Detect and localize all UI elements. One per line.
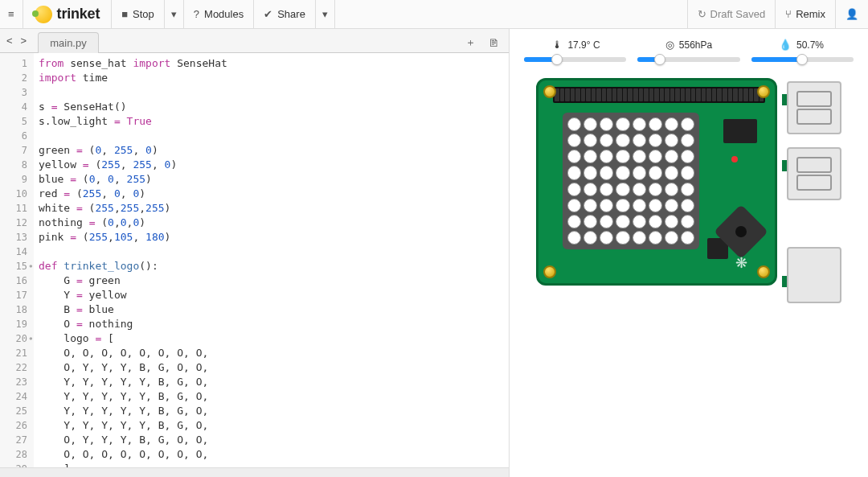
trinket-logo-icon — [35, 6, 52, 23]
chip-icon — [723, 119, 757, 143]
ethernet-port-icon — [787, 247, 841, 303]
draft-saved-status: ↻Draft Saved — [687, 0, 776, 29]
fork-icon: ⑂ — [785, 8, 792, 20]
menu-icon: ≡ — [8, 8, 14, 20]
gpio-header — [553, 87, 765, 103]
code-editor[interactable]: 1234567891011121314151617181920212223242… — [0, 53, 509, 467]
usb-port-icon — [787, 147, 841, 200]
screw-icon — [757, 265, 770, 278]
horizontal-scrollbar[interactable] — [0, 467, 509, 477]
run-menu-dropdown[interactable]: ▾ — [165, 0, 184, 29]
user-icon: 👤 — [845, 8, 858, 20]
output-pane: 🌡17.9° C ◎556hPa 💧50.7% — [510, 29, 868, 477]
remix-button[interactable]: ⑂Remix — [775, 0, 835, 29]
caret-down-icon: ▾ — [322, 8, 328, 20]
upload-button[interactable]: 🖹 — [484, 35, 504, 51]
screw-icon — [757, 85, 770, 98]
humidity-icon: 💧 — [779, 39, 792, 51]
nav-back-button[interactable]: < — [3, 33, 16, 48]
sensor-temperature: 🌡17.9° C — [524, 39, 628, 51]
usb-port-icon — [787, 81, 841, 134]
user-menu[interactable]: 👤 — [835, 0, 868, 29]
help-icon: ? — [194, 8, 199, 20]
thermometer-icon: 🌡 — [552, 39, 563, 51]
share-button[interactable]: ✔Share — [254, 0, 316, 29]
stop-button[interactable]: ■Stop — [112, 0, 165, 29]
refresh-icon: ↻ — [698, 8, 706, 20]
code-area[interactable]: from sense_hat import SenseHatimport tim… — [34, 53, 509, 467]
screw-icon — [543, 265, 556, 278]
sensehat-board: ❋ — [536, 78, 777, 286]
add-tab-button[interactable]: ＋ — [461, 33, 481, 52]
caret-down-icon: ▾ — [171, 8, 177, 20]
tab-bar: < > main.py ＋ 🖹 — [0, 29, 509, 53]
share-icon: ✔ — [264, 8, 272, 20]
topbar: ≡ trinket ■Stop ▾ ?Modules ✔Share ▾ ↻Dra… — [0, 0, 868, 29]
led-matrix — [563, 113, 699, 249]
status-led-icon — [731, 156, 738, 162]
sensor-humidity: 💧50.7% — [749, 39, 854, 51]
brand[interactable]: trinket — [23, 0, 113, 29]
stop-icon: ■ — [121, 8, 128, 20]
pressure-icon: ◎ — [665, 39, 674, 51]
slider-temperature[interactable] — [524, 56, 626, 64]
slider-humidity[interactable] — [751, 56, 854, 64]
sensor-pressure: ◎556hPa — [637, 39, 741, 51]
menu-button[interactable]: ≡ — [0, 0, 23, 29]
tab-mainpy[interactable]: main.py — [38, 32, 99, 53]
line-gutter: 1234567891011121314151617181920212223242… — [0, 53, 34, 467]
nav-forward-button[interactable]: > — [18, 33, 31, 48]
slider-pressure[interactable] — [637, 56, 739, 64]
brand-text: trinket — [57, 6, 100, 23]
screw-icon — [543, 85, 556, 98]
raspberry-pi-logo-icon: ❋ — [735, 254, 747, 272]
sensehat-emulator[interactable]: ❋ — [536, 78, 841, 303]
editor-pane: < > main.py ＋ 🖹 123456789101112131415161… — [0, 29, 510, 477]
share-menu-dropdown[interactable]: ▾ — [316, 0, 335, 29]
modules-button[interactable]: ?Modules — [184, 0, 254, 29]
